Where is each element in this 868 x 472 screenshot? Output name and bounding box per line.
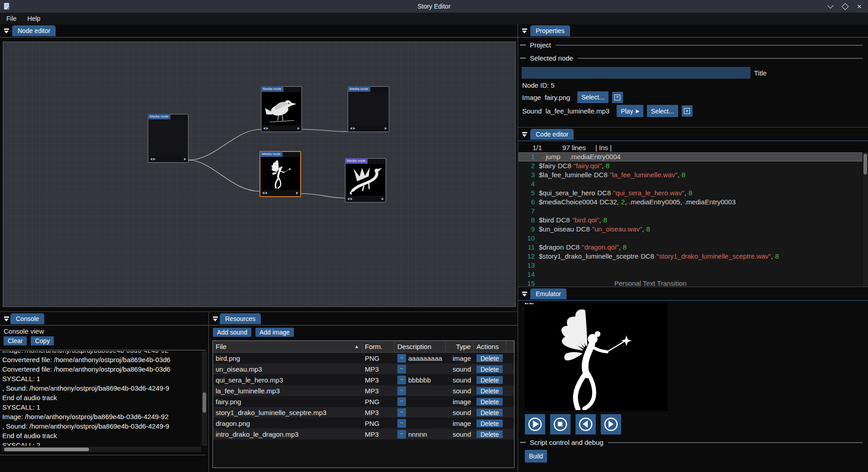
delete-button[interactable]: Delete (476, 420, 503, 427)
input-port-icon[interactable] (350, 127, 355, 130)
node-graph-canvas[interactable]: Media nodeMedia nodeMedia nodeMedia node… (3, 42, 516, 307)
stop-button[interactable] (550, 414, 571, 434)
sound-play-button[interactable]: Play▶ (617, 105, 643, 117)
resource-row[interactable]: qui_sera_le_hero.mp3MP3..bbbbbbsoundDele… (213, 374, 514, 385)
input-port-icon[interactable] (347, 198, 353, 200)
resource-type: sound (446, 387, 474, 395)
close-button[interactable]: × (854, 1, 864, 11)
collapse-icon[interactable] (4, 316, 9, 322)
add-sound-button[interactable]: Add sound (213, 328, 251, 337)
resource-row[interactable]: la_fee_luminelle.mp3MP3..soundDelete (213, 385, 514, 396)
console-view-label: Console view (4, 327, 44, 335)
minimize-button[interactable] (826, 1, 835, 11)
group-selected-node: Selected node (530, 54, 573, 62)
tab-properties[interactable]: Properties (530, 25, 570, 36)
console-vertical-scrollbar[interactable] (202, 351, 207, 446)
resources-table-header[interactable]: File▲Form.DescriptionTypeActions (213, 341, 514, 353)
graph-node-n5[interactable]: Media node (345, 158, 386, 203)
back-button[interactable] (576, 414, 596, 434)
collapse-icon[interactable] (522, 28, 528, 34)
tab-console[interactable]: Console (10, 313, 44, 324)
output-port-icon[interactable] (296, 192, 298, 194)
resource-row[interactable]: intro_drako_le_dragon.mp3MP3..nnnnnsound… (213, 429, 514, 439)
output-port-icon[interactable] (382, 198, 384, 200)
output-port-icon[interactable] (385, 127, 387, 130)
column-header-description[interactable]: Description (395, 341, 446, 352)
forward-button[interactable] (601, 414, 621, 434)
code-editor-panel: Code editor 1/1 97 lines | Ins | 1→jump·… (518, 128, 868, 287)
delete-button[interactable]: Delete (476, 398, 503, 406)
delete-button[interactable]: Delete (476, 354, 503, 362)
code-line: 15 Personal Text Transition (519, 279, 862, 287)
column-header-actions[interactable]: Actions (474, 341, 506, 352)
console-horizontal-scrollbar[interactable] (2, 447, 201, 452)
image-clear-button[interactable]: × (612, 92, 623, 103)
titlebar[interactable]: Story Editor × (0, 0, 868, 13)
copy-button[interactable]: Copy (31, 336, 54, 345)
resource-row[interactable]: fairy.pngPNG..imageDelete (213, 396, 514, 407)
tab-code-editor[interactable]: Code editor (530, 129, 574, 140)
edit-description-button[interactable]: .. (397, 365, 406, 373)
add-image-button[interactable]: Add image (255, 328, 294, 337)
collapse-icon[interactable] (522, 132, 528, 137)
empty-node-body (349, 92, 388, 125)
console-log[interactable]: Image: /home/anthony/ostproj/ba869e4b-03… (2, 351, 201, 446)
input-port-icon[interactable] (150, 158, 156, 160)
tab-resources[interactable]: Resources (220, 313, 261, 324)
graph-node-n3[interactable]: Media node (348, 86, 389, 132)
collapse-icon[interactable] (4, 28, 9, 34)
edit-description-button[interactable]: .. (397, 387, 406, 395)
column-header-type[interactable]: Type (446, 341, 474, 352)
node-title: Media node (345, 158, 368, 164)
delete-button[interactable]: Delete (476, 376, 503, 384)
code-area[interactable]: 1→jump····.mediaEntry00042$fairy·DC8·"fa… (519, 152, 862, 287)
column-header-form[interactable]: Form. (362, 341, 395, 352)
resource-type: image (446, 354, 474, 362)
delete-button[interactable]: Delete (476, 365, 503, 373)
delete-button[interactable]: Delete (476, 387, 503, 395)
resource-row[interactable]: un_oiseau.mp3MP3..soundDelete (213, 363, 514, 374)
edit-description-button[interactable]: .. (397, 376, 406, 384)
edit-description-button[interactable]: .. (397, 419, 406, 428)
resource-row[interactable]: dragon.pngPNG..imageDelete (213, 418, 514, 429)
edit-description-button[interactable]: .. (397, 354, 406, 363)
delete-button[interactable]: Delete (476, 430, 503, 438)
back-icon (576, 414, 596, 434)
edit-description-button[interactable]: .. (397, 397, 406, 406)
menu-file[interactable]: File (2, 14, 21, 24)
build-button[interactable]: Build (525, 450, 547, 463)
edit-description-button[interactable]: .. (397, 430, 406, 439)
sound-select-button[interactable]: Select... (647, 105, 678, 117)
resource-row[interactable]: story1_drako_luminelle_sceptre.mp3MP3..s… (213, 407, 514, 418)
code-vertical-scrollbar[interactable] (863, 152, 868, 287)
delete-button[interactable]: Delete (476, 409, 503, 416)
graph-node-n2[interactable]: Media node (261, 86, 302, 132)
play-button[interactable] (525, 414, 545, 434)
output-port-icon[interactable] (297, 127, 300, 130)
input-port-icon[interactable] (262, 192, 268, 194)
sound-clear-button[interactable]: × (682, 105, 693, 117)
tab-emulator[interactable]: Emulator (530, 288, 566, 299)
edit-description-button[interactable]: .. (397, 408, 406, 417)
resource-row[interactable]: bird.pngPNG..aaaaaaaaaimageDelete (213, 353, 514, 363)
graph-node-n4[interactable]: Media node (259, 151, 301, 197)
tab-node-editor[interactable]: Node editor (12, 25, 56, 36)
code-line: 4 (519, 179, 862, 189)
code-line: 6$mediaChoice0004·DC32,·2,·.mediaEntry00… (519, 198, 862, 207)
input-port-icon[interactable] (263, 127, 269, 130)
graph-node-n1[interactable]: Media node (148, 114, 189, 163)
maximize-button[interactable] (840, 1, 850, 11)
resource-format: PNG (362, 354, 395, 362)
collapse-icon[interactable] (522, 292, 528, 297)
column-header-file[interactable]: File▲ (213, 341, 362, 352)
fairy-image (529, 303, 656, 410)
resource-file: qui_sera_le_hero.mp3 (213, 376, 362, 384)
clear-button[interactable]: Clear (4, 336, 27, 345)
menu-help[interactable]: Help (23, 14, 45, 24)
code-line: 3$la_fee_luminelle·DC8·"la_fee_luminelle… (519, 170, 862, 179)
console-line: Image: /home/anthony/ostproj/ba869e4b-03… (2, 412, 201, 421)
title-input[interactable] (522, 67, 750, 79)
collapse-icon[interactable] (212, 316, 218, 322)
output-port-icon[interactable] (184, 158, 186, 160)
image-select-button[interactable]: Select... (577, 91, 609, 103)
